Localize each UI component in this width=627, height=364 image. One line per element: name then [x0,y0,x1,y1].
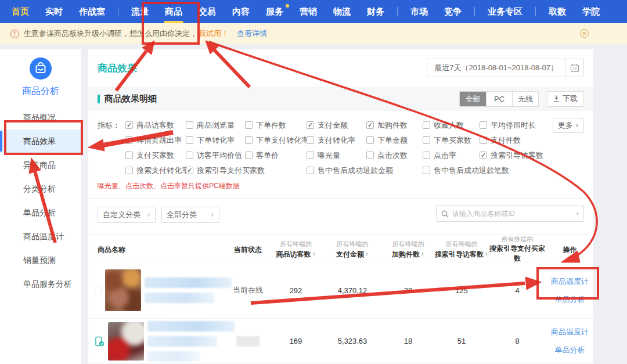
sort-icon[interactable]: ▲▼ [312,251,316,256]
metric-item[interactable]: 曝光量 [307,150,366,160]
checkbox[interactable] [366,136,374,144]
checkbox[interactable] [307,121,314,129]
metric-item[interactable]: 点击次数 [366,150,423,160]
thermometer-link[interactable]: 商品温度计 [551,327,589,337]
nav-home[interactable]: 首页 [3,0,37,23]
nav-market[interactable]: 市场 [402,0,436,23]
checkbox[interactable] [423,152,430,159]
metric-item[interactable]: 下单支付转化率 [245,135,307,145]
metric-item[interactable]: 下单买家数 [423,135,480,145]
nav-warroom[interactable]: 作战室 [71,0,113,23]
metric-item[interactable]: 搜索引导访客数 [480,150,584,160]
sidebar-item-sales-forecast[interactable]: 销量预测 [0,248,81,272]
metric-item[interactable]: 支付金额 [307,120,366,130]
download-button[interactable]: 下载 [547,91,584,107]
thermometer-link[interactable]: 商品温度计 [551,276,589,287]
metric-item[interactable]: 商品访客数 [125,120,186,130]
nav-competition[interactable]: 竞争 [436,0,470,23]
checkbox[interactable] [186,167,193,174]
sidebar-item-goods-effect[interactable]: 商品效果 [0,129,81,153]
metric-item[interactable]: 加购件数 [366,120,423,130]
metric-item[interactable]: 下单转化率 [186,135,245,145]
metric-item[interactable]: 搜索支付转化率 [125,165,186,175]
tab-wireless[interactable]: 无线 [512,92,538,106]
nav-business-zone[interactable]: 业务专区 [480,0,531,23]
metric-item[interactable]: 售中售后成功退款金额 [307,165,423,175]
metric-item[interactable]: 客单价 [245,150,307,160]
checkbox[interactable] [423,167,430,174]
checkbox[interactable] [480,136,487,144]
all-category-select[interactable]: 全部分类 ∨ [161,207,219,223]
checkbox[interactable] [480,152,487,159]
metric-item[interactable]: 收藏人数 [423,120,480,130]
nav-service[interactable]: 服务 [258,0,291,23]
checkbox[interactable] [125,136,133,144]
checkbox[interactable] [423,121,430,129]
col-cart-items[interactable]: 所有终端的 加购件数▲▼ [381,240,435,260]
sidebar-item-single-item-analysis[interactable]: 单品分析 [0,201,81,225]
col-search-visitors[interactable]: 所有终端的 搜索引导访客数▲▼ [435,240,488,260]
nav-trade[interactable]: 交易 [190,0,224,23]
product-thumbnail[interactable] [108,322,144,361]
metric-item[interactable]: 支付件数 [480,135,584,145]
checkbox[interactable] [125,152,133,159]
checkbox[interactable] [245,136,253,144]
sidebar-item-goods-overview[interactable]: 商品概况 [0,106,81,129]
nav-academy[interactable]: 学院 [574,0,608,23]
sidebar-item-single-item-service[interactable]: 单品服务分析 [0,272,81,296]
col-payment[interactable]: 所有终端的 支付金额▲▼ [323,240,381,260]
metric-item[interactable]: 点击率 [423,150,480,160]
metric-item[interactable]: 下单金额 [366,135,423,145]
single-item-analysis-link[interactable]: 单品分析 [555,345,585,355]
checkbox[interactable] [125,121,133,129]
nav-logistics[interactable]: 物流 [325,0,359,23]
checkbox[interactable] [186,121,193,129]
nav-traffic[interactable]: 流量 [123,0,157,23]
sidebar-item-abnormal-goods[interactable]: 异常商品 [0,153,81,177]
checkbox[interactable] [186,136,193,144]
checkbox[interactable] [245,152,253,159]
tab-all[interactable]: 全部 [460,92,486,106]
checkbox[interactable] [186,152,193,159]
checkbox[interactable] [480,121,487,129]
nav-finance[interactable]: 财务 [359,0,392,23]
sort-icon[interactable]: ▲▼ [421,251,424,256]
nav-realtime[interactable]: 实时 [37,0,71,23]
single-item-analysis-link[interactable]: 单品分析 [555,294,585,305]
date-range-picker[interactable]: 最近7天（2018-08-01~2018-08-07） 15 [427,59,584,77]
metric-item[interactable]: 支付转化率 [307,135,366,145]
sort-icon[interactable]: ▲▼ [365,251,369,256]
metric-item[interactable]: 详情页跳出率 [125,135,186,145]
close-icon[interactable]: ✕ [580,29,589,38]
col-search-pay-buyers[interactable]: 所有终端的 搜索引导支付买家数 [488,235,546,264]
search-input[interactable] [452,210,572,218]
row-checkbox[interactable] [94,287,102,294]
sidebar-item-category-analysis[interactable]: 分类分析 [0,177,81,201]
tab-pc[interactable]: PC [486,92,512,106]
metric-item[interactable]: 支付买家数 [125,150,186,160]
checkbox[interactable] [366,121,374,129]
metric-item[interactable]: 下单件数 [245,120,307,130]
checkbox[interactable] [366,152,374,159]
nav-data-fetch[interactable]: 取数 [540,0,574,23]
notice-detail-link[interactable]: 查看详情 [237,28,267,39]
nav-goods[interactable]: 商品 [157,0,190,23]
calendar-icon[interactable]: 15 [565,59,583,77]
metric-item[interactable]: 商品浏览量 [186,120,245,130]
checkbox[interactable] [307,136,314,144]
nav-marketing[interactable]: 营销 [291,0,325,23]
product-thumbnail[interactable] [105,269,141,311]
checkbox[interactable] [423,136,430,144]
more-button[interactable]: 更多 ∧ [553,118,584,133]
metric-item[interactable]: 售中售后成功退款笔数 [423,165,584,175]
checkbox[interactable] [307,152,314,159]
notice-try-link[interactable]: 我试用！ [199,28,229,39]
nav-content[interactable]: 内容 [224,0,258,23]
custom-category-select[interactable]: 自定义分类 ∨ [98,207,156,223]
product-title-blur[interactable] [145,277,232,303]
sidebar-item-goods-thermometer[interactable]: 商品温度计 [0,225,81,248]
checkbox[interactable] [125,167,133,174]
metric-item[interactable]: 搜索引导支付买家数 [186,165,307,175]
metric-item[interactable]: 访客平均价值 [186,150,245,160]
checkbox[interactable] [245,121,253,129]
